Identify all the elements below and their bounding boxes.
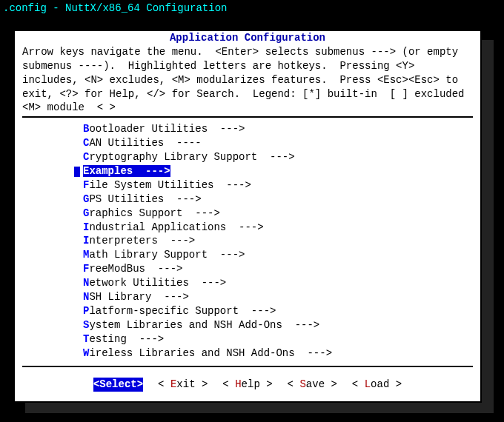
select-button[interactable]: <Select> — [93, 378, 143, 392]
submenu-arrow-icon: ---> — [182, 207, 219, 219]
help-button[interactable]: < Help > — [222, 378, 272, 392]
menu-item-label: esting — [89, 333, 126, 345]
menu-item-file-system-utilities[interactable]: File System Utilities ---> — [74, 178, 473, 192]
submenu-arrow-icon: ---> — [127, 333, 164, 345]
menu-item-label: ndustrial Applications — [89, 221, 226, 233]
submenu-arrow-icon: ---> — [133, 165, 170, 177]
menu-item-can-utilities[interactable]: CAN Utilities ---- — [74, 136, 473, 150]
submenu-arrow-icon: ---> — [226, 221, 263, 233]
submenu-arrow-icon: ---> — [213, 179, 251, 191]
help-text: Arrow keys navigate the menu. <Enter> se… — [22, 45, 473, 115]
menu-item-system-libraries-and-nsh-add-ons[interactable]: System Libraries and NSH Add-Ons ---> — [74, 318, 473, 332]
menu-item-label: ryptography Library Support — [89, 151, 257, 163]
submenu-arrow-icon: ---> — [151, 291, 188, 303]
menu-item-interpreters[interactable]: Interpreters ---> — [74, 234, 473, 248]
menu-item-label: reeModBus — [89, 263, 145, 275]
load-button[interactable]: < Load > — [352, 378, 402, 392]
menu-item-label: latform-specific Support — [89, 305, 239, 317]
menu-item-label: SH Library — [89, 291, 151, 303]
submenu-arrow-icon: ---> — [164, 193, 201, 205]
menu-item-wireless-libraries-and-nsh-add-ons[interactable]: Wireless Libraries and NSH Add-Ons ---> — [74, 346, 473, 361]
dialog-title: Application Configuration — [22, 31, 473, 45]
submenu-arrow-icon: ---> — [295, 347, 332, 359]
button-bar: <Select>< Exit >< Help >< Save >< Load > — [22, 378, 473, 392]
submenu-arrow-icon: ---- — [164, 137, 201, 149]
menu-item-math-library-support[interactable]: Math Library Support ---> — [74, 248, 473, 262]
submenu-arrow-icon: ---> — [189, 277, 226, 289]
menu-item-bootloader-utilities[interactable]: Bootloader Utilities ---> — [74, 122, 473, 136]
menu-item-graphics-support[interactable]: Graphics Support ---> — [74, 207, 473, 221]
submenu-arrow-icon: ---> — [208, 249, 245, 261]
menu-item-label: ootloader Utilities — [89, 123, 208, 135]
menu-item-network-utilities[interactable]: Network Utilities ---> — [74, 276, 473, 290]
menu-item-cryptography-library-support[interactable]: Cryptography Library Support ---> — [74, 150, 473, 164]
submenu-arrow-icon: ---> — [208, 123, 245, 135]
submenu-arrow-icon: ---> — [282, 319, 319, 331]
menu-item-label: ireless Libraries and NSH Add-Ons — [89, 347, 294, 359]
menu-item-label: PS Utilities — [89, 193, 164, 205]
selection-marker — [74, 167, 80, 177]
menu-item-platform-specific-support[interactable]: Platform-specific Support ---> — [74, 304, 473, 318]
menu-item-label: ath Library Support — [89, 249, 208, 261]
submenu-arrow-icon: ---> — [145, 263, 182, 275]
menu-item-label: AN Utilities — [89, 137, 164, 149]
menu-item-nsh-library[interactable]: NSH Library ---> — [74, 290, 473, 304]
menu-item-examples[interactable]: Examples ---> — [74, 164, 473, 178]
separator — [22, 116, 473, 118]
menu-item-testing[interactable]: Testing ---> — [74, 332, 473, 346]
submenu-arrow-icon: ---> — [257, 151, 294, 163]
menu-item-freemodbus[interactable]: FreeModBus ---> — [74, 262, 473, 276]
menu-item-industrial-applications[interactable]: Industrial Applications ---> — [74, 221, 473, 235]
menu-item-label: xamples — [89, 165, 133, 177]
window-title: .config - NuttX/x86_64 Configuration — [0, 0, 504, 17]
save-button[interactable]: < Save > — [288, 378, 337, 392]
submenu-arrow-icon: ---> — [158, 235, 195, 247]
menu-item-label: ile System Utilities — [89, 179, 213, 191]
menu-item-gps-utilities[interactable]: GPS Utilities ---> — [74, 192, 473, 207]
config-dialog: Application Configuration Arrow keys nav… — [13, 30, 482, 403]
menu-item-label: raphics Support — [89, 207, 182, 219]
menu-list: Bootloader Utilities --->CAN Utilities -… — [22, 122, 473, 360]
menu-item-label: ystem Libraries and NSH Add-Ons — [89, 319, 282, 331]
submenu-arrow-icon: ---> — [239, 305, 276, 317]
menu-item-label: etwork Utilities — [89, 277, 188, 289]
exit-button[interactable]: < Exit > — [158, 378, 208, 392]
menu-item-label: nterpreters — [89, 235, 157, 247]
separator — [22, 366, 473, 367]
